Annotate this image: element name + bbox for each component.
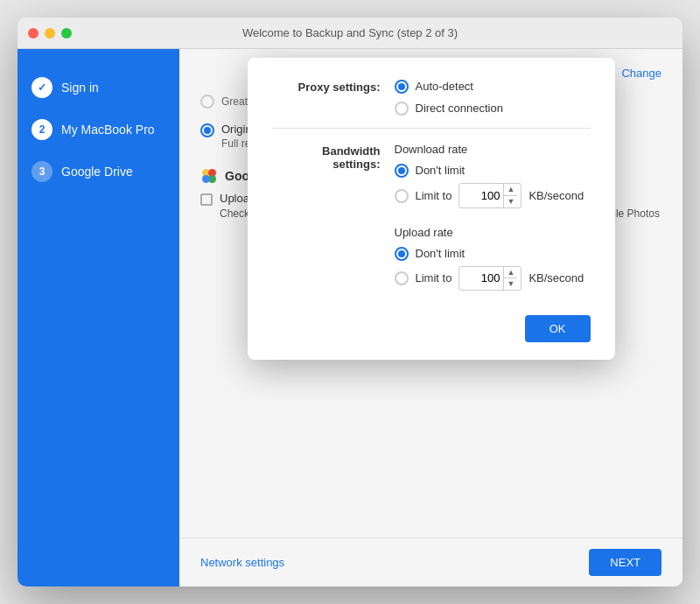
ok-button[interactable]: OK [525, 315, 591, 342]
sidebar-item-google-drive[interactable]: 3 Google Drive [18, 151, 179, 193]
window-body: ✓ Sign in 2 My MacBook Pro 3 Google Driv… [18, 49, 682, 586]
proxy-auto-detect-label: Auto-detect [416, 80, 474, 93]
proxy-auto-detect-radio[interactable] [395, 80, 409, 94]
proxy-direct-radio[interactable] [395, 102, 409, 116]
download-spin-up[interactable]: ▲ [504, 184, 517, 196]
sidebar-item-macbook[interactable]: 2 My MacBook Pro [18, 109, 179, 151]
proxy-row: Proxy settings: Auto-detect Direct conne… [272, 79, 591, 116]
upload-spinners: ▲ ▼ [503, 267, 517, 291]
modal-dialog: Proxy settings: Auto-detect Direct conne… [248, 58, 615, 360]
step-icon-sign-in: ✓ [32, 77, 52, 98]
dialog-divider [272, 128, 591, 129]
proxy-auto-detect-row: Auto-detect [395, 79, 503, 94]
upload-spin-up[interactable]: ▲ [504, 267, 517, 279]
proxy-direct-label: Direct connection [416, 102, 503, 115]
bandwidth-section-label: Bandwidth settings: [272, 143, 395, 171]
upload-limit-radio[interactable] [395, 271, 409, 285]
download-rate-label: Download rate [395, 143, 584, 156]
sidebar-label-sign-in: Sign in [61, 81, 99, 95]
upload-dont-limit-label: Don't limit [416, 247, 466, 260]
download-spinners: ▲ ▼ [503, 184, 517, 207]
upload-limit-label: Limit to [416, 271, 452, 284]
download-limit-input[interactable] [459, 186, 503, 205]
download-dont-limit-radio[interactable] [395, 164, 409, 178]
download-limit-row: Limit to ▲ ▼ KB/second [395, 183, 584, 208]
download-limit-input-wrap: ▲ ▼ [458, 183, 522, 208]
minimize-button[interactable] [45, 28, 55, 39]
upload-dont-limit-radio[interactable] [395, 247, 409, 261]
upload-spin-down[interactable]: ▼ [504, 278, 517, 290]
proxy-direct-row: Direct connection [395, 101, 503, 116]
download-limit-radio[interactable] [395, 189, 409, 203]
download-unit: KB/second [528, 189, 584, 202]
upload-unit: KB/second [528, 271, 584, 284]
close-button[interactable] [28, 28, 38, 39]
upload-limit-row: Limit to ▲ ▼ KB/second [395, 266, 584, 291]
upload-dont-limit-row: Don't limit [395, 246, 584, 261]
step-icon-google-drive: 3 [32, 161, 52, 182]
upload-rate-label: Upload rate [395, 226, 584, 239]
bandwidth-row: Bandwidth settings: Download rate Don't … [272, 143, 591, 301]
sidebar-item-sign-in[interactable]: ✓ Sign in [18, 67, 179, 109]
download-limit-label: Limit to [416, 189, 452, 202]
traffic-lights [28, 28, 72, 39]
sidebar-label-google-drive: Google Drive [61, 165, 133, 179]
download-rate-section: Download rate Don't limit Limit to [395, 143, 584, 208]
download-dont-limit-label: Don't limit [416, 164, 466, 177]
main-window: Welcome to Backup and Sync (step 2 of 3)… [18, 18, 682, 586]
main-content: Change Great visual quality at a reduced… [179, 49, 682, 586]
upload-limit-input[interactable] [459, 269, 503, 287]
proxy-section-label: Proxy settings: [272, 79, 395, 94]
window-title: Welcome to Backup and Sync (step 2 of 3) [242, 26, 458, 39]
sidebar-label-macbook: My MacBook Pro [61, 123, 155, 137]
maximize-button[interactable] [61, 28, 72, 39]
download-dont-limit-row: Don't limit [395, 163, 584, 178]
proxy-options: Auto-detect Direct connection [395, 79, 503, 116]
upload-limit-input-wrap: ▲ ▼ [458, 266, 522, 291]
titlebar: Welcome to Backup and Sync (step 2 of 3) [18, 18, 682, 49]
modal-overlay: Proxy settings: Auto-detect Direct conne… [179, 49, 682, 586]
sidebar: ✓ Sign in 2 My MacBook Pro 3 Google Driv… [18, 49, 179, 586]
bandwidth-options: Download rate Don't limit Limit to [395, 143, 584, 301]
step-icon-macbook: 2 [32, 119, 52, 140]
upload-rate-section: Upload rate Don't limit Limit to [395, 226, 584, 291]
download-spin-down[interactable]: ▼ [504, 196, 517, 207]
